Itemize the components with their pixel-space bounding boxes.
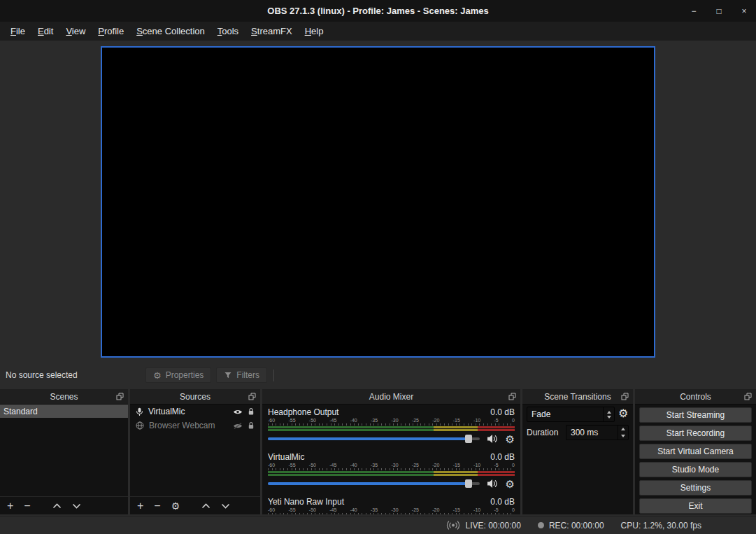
move-source-up-button[interactable]: [201, 503, 211, 509]
remove-source-button[interactable]: −: [154, 500, 160, 512]
menu-streamfx[interactable]: StreamFX: [245, 23, 299, 39]
transition-select-spinner[interactable]: [603, 407, 614, 421]
live-time: LIVE: 00:00:00: [465, 521, 520, 531]
audio-mixer-dock: Audio Mixer Headphone Output 0.0 dB -60-…: [262, 389, 520, 514]
menu-tools[interactable]: Tools: [211, 23, 245, 39]
controls-body: Start Streaming Start Recording Start Vi…: [635, 405, 756, 514]
scene-transitions-dock: Scene Transitions Fade ⚙ Duration 300 ms: [522, 389, 633, 514]
db-ticks: [268, 513, 515, 514]
start-virtual-camera-button[interactable]: Start Virtual Camera: [639, 444, 752, 459]
scenes-toolbar: + −: [0, 496, 128, 514]
settings-button[interactable]: Settings: [639, 480, 752, 496]
transition-properties-button[interactable]: ⚙: [618, 408, 628, 419]
source-toolbar: No source selected ⚙ Properties Filters: [0, 366, 756, 384]
studio-mode-button[interactable]: Studio Mode: [639, 462, 752, 477]
preview-canvas[interactable]: [101, 46, 655, 358]
audio-mixer-header: Audio Mixer: [262, 389, 520, 405]
mixer-yeti-nano: Yeti Nano Raw Input 0.0 dB -60-55-50-45-…: [268, 497, 515, 514]
popout-icon[interactable]: [744, 393, 752, 400]
chevron-up-icon: [621, 428, 625, 430]
lock-icon[interactable]: [248, 407, 255, 416]
volume-meter: [268, 426, 515, 428]
start-recording-button[interactable]: Start Recording: [639, 426, 752, 441]
minimize-button[interactable]: −: [689, 6, 699, 16]
rec-status: REC: 00:00:00: [538, 521, 604, 531]
eye-slash-icon[interactable]: [233, 423, 243, 429]
volume-slider[interactable]: [268, 479, 480, 489]
filters-button[interactable]: Filters: [216, 367, 267, 383]
volume-meter: [268, 471, 515, 473]
transition-select[interactable]: Fade: [527, 407, 615, 422]
volume-meter: [268, 429, 515, 431]
mixer-level: 0.0 dB: [490, 452, 515, 462]
lock-icon[interactable]: [248, 421, 255, 430]
volume-slider[interactable]: [268, 434, 480, 444]
menu-profile[interactable]: Profile: [92, 23, 130, 39]
mixer-level: 0.0 dB: [490, 497, 515, 507]
sources-header: Sources: [130, 389, 260, 405]
scene-transitions-header: Scene Transitions: [522, 389, 633, 405]
db-ticks: [268, 423, 515, 426]
menu-view[interactable]: View: [59, 23, 92, 39]
sources-title: Sources: [180, 392, 211, 402]
properties-label: Properties: [166, 370, 204, 380]
popout-icon[interactable]: [116, 393, 124, 400]
audio-mixer-title: Audio Mixer: [369, 392, 413, 402]
broadcast-icon: [446, 521, 460, 530]
move-scene-down-button[interactable]: [72, 503, 81, 509]
sources-dock: Sources VirtualMic Browser Webcam + − ⚙: [130, 389, 260, 514]
mixer-headphone-output: Headphone Output 0.0 dB -60-55-50-45-40-…: [268, 407, 515, 444]
menu-bar: File Edit View Profile Scene Collection …: [0, 22, 756, 41]
controls-title: Controls: [680, 392, 711, 402]
properties-button[interactable]: ⚙ Properties: [145, 367, 211, 383]
popout-icon[interactable]: [248, 393, 256, 400]
exit-button[interactable]: Exit: [639, 498, 752, 514]
db-scale: -60-55-50-45-40-35-30-25-20-15-10-50: [268, 462, 515, 468]
duration-label: Duration: [527, 428, 558, 437]
filter-icon: [224, 371, 232, 379]
popout-icon[interactable]: [621, 393, 629, 400]
sources-toolbar: + − ⚙: [130, 496, 260, 514]
speaker-icon[interactable]: [487, 479, 499, 489]
popout-icon[interactable]: [508, 393, 516, 400]
move-source-down-button[interactable]: [221, 503, 230, 509]
menu-file[interactable]: File: [4, 23, 31, 39]
duration-increase-button[interactable]: [618, 426, 628, 433]
source-item-browser-webcam[interactable]: Browser Webcam: [130, 419, 260, 433]
start-streaming-button[interactable]: Start Streaming: [639, 407, 752, 423]
mixer-virtualmic: VirtualMic 0.0 dB -60-55-50-45-40-35-30-…: [268, 452, 515, 489]
speaker-icon[interactable]: [487, 434, 499, 444]
close-button[interactable]: ×: [739, 6, 749, 16]
add-scene-button[interactable]: +: [7, 500, 13, 512]
mixer-level: 0.0 dB: [490, 407, 515, 417]
menu-edit[interactable]: Edit: [31, 23, 59, 39]
audio-mixer-body: Headphone Output 0.0 dB -60-55-50-45-40-…: [262, 405, 520, 514]
volume-slider-handle[interactable]: [465, 435, 472, 443]
source-properties-button[interactable]: ⚙: [171, 501, 180, 511]
duration-decrease-button[interactable]: [618, 433, 628, 440]
scenes-title: Scenes: [50, 392, 78, 402]
mixer-gear-icon[interactable]: ⚙: [506, 479, 515, 489]
source-item-virtualmic[interactable]: VirtualMic: [130, 405, 260, 419]
chevron-down-icon: [607, 416, 611, 419]
duration-spinbox[interactable]: 300 ms: [566, 425, 629, 440]
chevron-up-icon: [607, 411, 611, 414]
menu-scene-collection[interactable]: Scene Collection: [130, 23, 211, 39]
eye-icon[interactable]: [233, 409, 243, 415]
globe-icon: [136, 421, 144, 430]
mixer-name: Yeti Nano Raw Input: [268, 497, 344, 507]
mixer-gear-icon[interactable]: ⚙: [506, 434, 515, 444]
move-scene-up-button[interactable]: [52, 503, 62, 509]
source-name: VirtualMic: [148, 407, 228, 416]
source-name: Browser Webcam: [149, 421, 228, 430]
add-source-button[interactable]: +: [137, 500, 143, 512]
scene-item-standard[interactable]: Standard: [0, 405, 128, 418]
volume-slider-handle[interactable]: [465, 479, 472, 488]
maximize-button[interactable]: □: [714, 6, 724, 16]
scenes-dock: Scenes Standard + −: [0, 389, 128, 514]
remove-scene-button[interactable]: −: [24, 500, 30, 512]
window-controls: − □ ×: [689, 0, 749, 22]
menu-help[interactable]: Help: [299, 23, 330, 39]
mixer-name: VirtualMic: [268, 452, 304, 462]
rec-time: REC: 00:00:00: [549, 521, 604, 531]
